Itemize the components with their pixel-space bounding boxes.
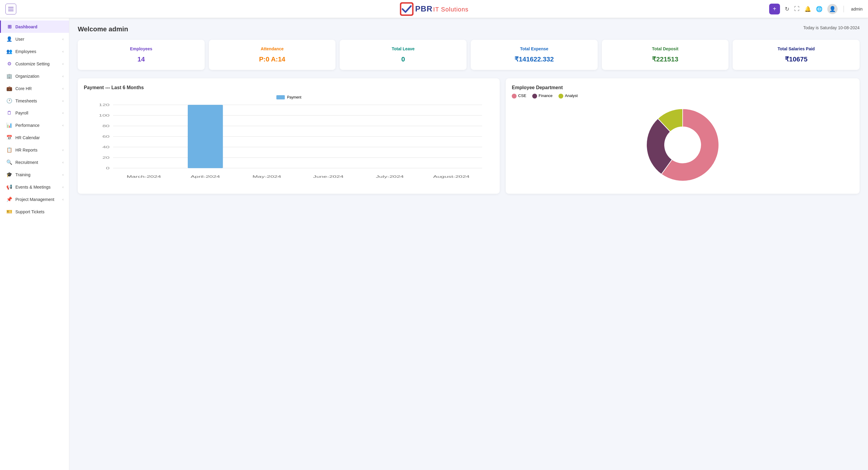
sidebar-label-support-tickets: Support Tickets (16, 209, 44, 214)
nav-left: 💼 Core HR (6, 86, 32, 91)
stat-card-3: Total Expense ₹141622.332 (471, 40, 598, 70)
stat-card-label-1: Attendance (214, 46, 330, 51)
bar-legend-color (276, 95, 285, 99)
svg-text:May-2024: May-2024 (253, 175, 281, 178)
stat-card-label-0: Employees (83, 46, 199, 51)
nav-left: 🎫 Support Tickets (6, 209, 44, 215)
svg-text:0: 0 (106, 166, 110, 170)
date-label: Today is Saturday 10-08-2024 (803, 25, 860, 30)
organization-icon: 🏢 (6, 73, 12, 79)
globe-button[interactable]: 🌐 (816, 6, 823, 12)
refresh-button[interactable]: ↻ (785, 6, 789, 12)
fullscreen-icon: ⛶ (794, 6, 800, 12)
sidebar-item-recruitment[interactable]: 🔍 Recruitment ‹ (0, 156, 69, 168)
sidebar-item-dashboard[interactable]: ⊞ Dashboard (0, 21, 69, 33)
project-management-icon: 📌 (6, 196, 12, 202)
svg-text:April-2024: April-2024 (191, 175, 220, 178)
sidebar-item-support-tickets[interactable]: 🎫 Support Tickets (0, 206, 69, 218)
stat-card-1: Attendance P:0 A:14 (209, 40, 336, 70)
svg-text:100: 100 (99, 114, 110, 117)
payroll-icon: 🗒 (6, 110, 12, 116)
dashboard-icon: ⊞ (6, 24, 12, 30)
svg-text:80: 80 (102, 124, 110, 128)
nav-left: 📋 HR Reports (6, 147, 37, 153)
nav-left: 📊 Performance (6, 122, 39, 128)
sidebar-label-training: Training (16, 173, 30, 177)
hr-reports-icon: 📋 (6, 147, 12, 153)
chevron-icon: ‹ (62, 99, 64, 103)
logo-text-area: PBRIT Solutions (415, 4, 468, 13)
legend-Finance: Finance (532, 93, 553, 98)
svg-text:40: 40 (102, 145, 110, 149)
globe-icon: 🌐 (816, 6, 823, 12)
chevron-icon: ‹ (62, 148, 64, 152)
stat-card-value-2: 0 (345, 56, 461, 63)
topnav: PBRIT Solutions + ↻ ⛶ 🔔 🌐 👤 admin (0, 0, 868, 18)
sidebar-item-hr-reports[interactable]: 📋 HR Reports ‹ (0, 144, 69, 156)
sidebar-item-events-meetings[interactable]: 📢 Events & Meetings ‹ (0, 181, 69, 193)
core-hr-icon: 💼 (6, 86, 12, 91)
chevron-icon: ‹ (62, 123, 64, 127)
user-icon: 👤 (6, 36, 12, 42)
logo-brand: PBRIT Solutions (415, 4, 468, 13)
topnav-left (5, 4, 16, 14)
sidebar-item-training[interactable]: 🎓 Training ‹ (0, 168, 69, 181)
chevron-icon: ‹ (62, 37, 64, 41)
chevron-icon: ‹ (62, 173, 64, 177)
timesheets-icon: 🕐 (6, 98, 12, 104)
payment-chart-title: Payment --- Last 6 Months (84, 85, 494, 90)
sidebar-item-employees[interactable]: 👥 Employees ‹ (0, 45, 69, 58)
chevron-icon: ‹ (62, 87, 64, 91)
stat-card-value-4: ₹221513 (607, 56, 723, 63)
plus-icon: + (773, 5, 776, 12)
performance-icon: 📊 (6, 122, 12, 128)
stat-card-value-3: ₹141622.332 (476, 56, 592, 63)
sidebar-item-payroll[interactable]: 🗒 Payroll ‹ (0, 107, 69, 119)
bar-legend-label: Payment (287, 95, 301, 99)
sidebar-label-recruitment: Recruitment (16, 160, 38, 165)
sidebar-item-timesheets[interactable]: 🕐 Timesheets ‹ (0, 95, 69, 107)
chevron-icon: ‹ (62, 185, 64, 189)
chevron-icon: ‹ (62, 74, 64, 78)
support-tickets-icon: 🎫 (6, 209, 12, 215)
sidebar-item-project-management[interactable]: 📌 Project Management ‹ (0, 193, 69, 206)
bottom-row: Payment --- Last 6 Months Payment 020406… (78, 78, 860, 194)
sidebar-label-core-hr: Core HR (16, 86, 32, 91)
sidebar-item-performance[interactable]: 📊 Performance ‹ (0, 119, 69, 131)
chevron-icon: ‹ (62, 62, 64, 66)
nav-left: ⚙ Customize Setting (6, 61, 50, 67)
nav-left: 📌 Project Management (6, 196, 54, 202)
bell-icon: 🔔 (804, 6, 811, 12)
sidebar-item-organization[interactable]: 🏢 Organization ‹ (0, 70, 69, 82)
recruitment-icon: 🔍 (6, 159, 12, 165)
sidebar-item-core-hr[interactable]: 💼 Core HR ‹ (0, 82, 69, 95)
header-row: Welcome admin Today is Saturday 10-08-20… (78, 25, 860, 33)
notification-button[interactable]: 🔔 (804, 6, 811, 12)
nav-left: 🎓 Training (6, 172, 30, 178)
chevron-icon: ‹ (62, 197, 64, 201)
sidebar-label-timesheets: Timesheets (16, 98, 37, 103)
logo-icon (399, 2, 414, 16)
stat-card-label-3: Total Expense (476, 46, 592, 51)
admin-label: admin (851, 7, 863, 11)
stat-card-0: Employees 14 (78, 40, 205, 70)
chevron-icon: ‹ (62, 160, 64, 164)
hamburger-button[interactable] (5, 4, 16, 14)
svg-text:August-2024: August-2024 (433, 175, 470, 178)
legend-Analyst: Analyst (558, 93, 578, 98)
nav-left: 📅 HR Calendar (6, 135, 40, 140)
add-button[interactable]: + (769, 4, 780, 14)
sidebar-item-user[interactable]: 👤 User ‹ (0, 33, 69, 45)
layout: ⊞ Dashboard 👤 User ‹ 👥 Employees ‹ ⚙ Cus… (0, 18, 868, 470)
nav-left: 🔍 Recruitment (6, 159, 38, 165)
stat-card-label-5: Total Salaries Paid (738, 46, 854, 51)
legend-CSE: CSE (512, 93, 526, 98)
fullscreen-button[interactable]: ⛶ (794, 6, 800, 12)
sidebar-item-hr-calendar[interactable]: 📅 HR Calendar (0, 131, 69, 144)
svg-text:120: 120 (99, 103, 110, 107)
welcome-title: Welcome admin (78, 25, 128, 33)
sidebar-item-customize-setting[interactable]: ⚙ Customize Setting ‹ (0, 58, 69, 70)
customize-setting-icon: ⚙ (6, 61, 12, 67)
sidebar-label-payroll: Payroll (16, 111, 28, 115)
svg-text:March-2024: March-2024 (127, 175, 161, 178)
